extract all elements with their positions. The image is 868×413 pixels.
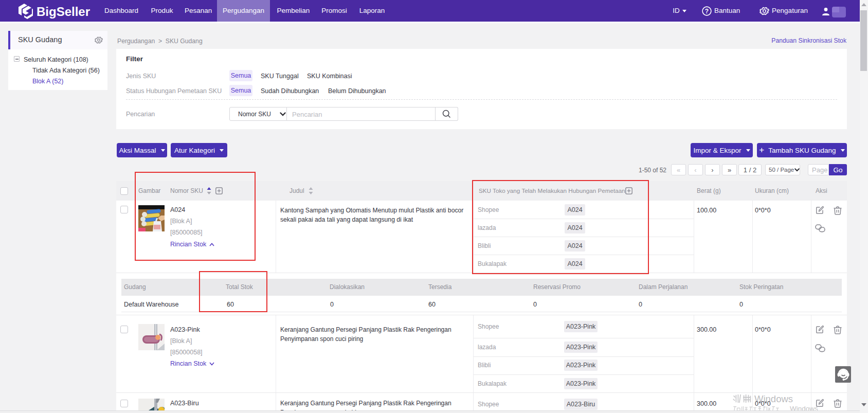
svg-text:?: ?	[705, 8, 709, 15]
